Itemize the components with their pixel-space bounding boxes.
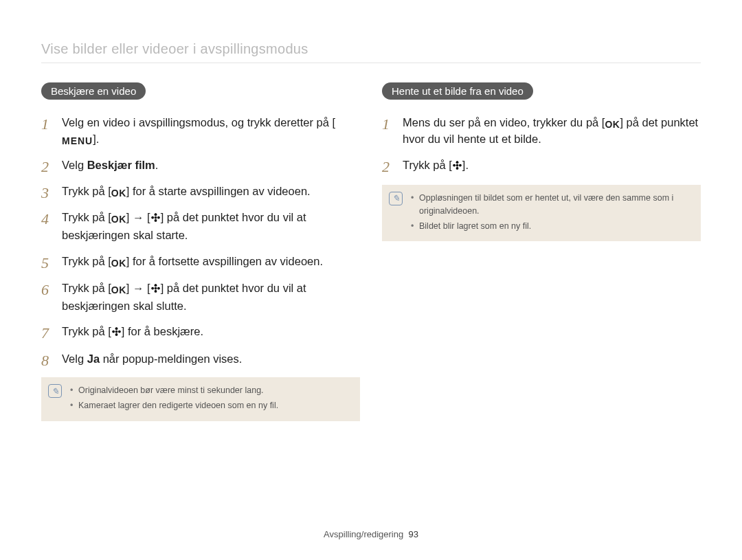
svg-point-0	[154, 216, 157, 219]
menu-icon: MENU	[62, 134, 93, 148]
section-heading-left: Beskjære en video	[41, 82, 146, 100]
two-column-layout: Beskjære en video Velg en video i avspil…	[41, 82, 701, 421]
note-icon: ✎	[389, 192, 403, 205]
svg-point-8	[151, 287, 154, 289]
page-number: 93	[408, 529, 418, 539]
macro-flower-icon	[111, 325, 122, 341]
step-7: Trykk på [] for å beskjære.	[41, 324, 360, 341]
note-item: Originalvideoen bør være minst ti sekund…	[70, 384, 278, 397]
svg-point-19	[459, 164, 462, 167]
right-column: Hente ut et bilde fra en video Mens du s…	[382, 82, 701, 421]
manual-page: Vise bilder eller videoer i avspillingsm…	[0, 0, 742, 560]
macro-flower-icon	[452, 159, 462, 175]
footer-section: Avspilling/redigering	[324, 529, 403, 539]
step-1: Mens du ser på en video, trykker du på […	[382, 115, 701, 148]
svg-point-3	[151, 216, 154, 219]
step-4: Trykk på [OK] → [] på det punktet hvor d…	[41, 210, 360, 244]
note-icon: ✎	[48, 384, 62, 398]
note-item: Kameraet lagrer den redigerte videoen so…	[70, 399, 278, 412]
svg-point-15	[456, 164, 458, 167]
step-5: Trykk på [OK] for å fortsette avspilling…	[41, 254, 360, 270]
ok-icon: OK	[111, 186, 126, 200]
svg-point-13	[112, 331, 115, 333]
svg-point-12	[115, 333, 117, 336]
macro-flower-icon	[150, 211, 161, 227]
svg-point-5	[154, 287, 157, 289]
ok-icon: OK	[111, 283, 126, 297]
svg-point-11	[115, 328, 117, 331]
step-2: Trykk på [].	[382, 157, 701, 175]
step-1: Velg en video i avspillingsmodus, og try…	[41, 115, 360, 148]
ok-icon: OK	[605, 117, 620, 131]
svg-point-16	[456, 161, 458, 164]
breadcrumb: Vise bilder eller videoer i avspillingsm…	[41, 41, 701, 57]
svg-point-14	[118, 331, 121, 333]
left-note-list: Originalvideoen bør være minst ti sekund…	[70, 384, 278, 414]
svg-point-4	[157, 216, 160, 219]
step-8: Velg Ja når popup-meldingen vises.	[41, 351, 360, 368]
svg-point-10	[115, 331, 117, 333]
svg-point-9	[157, 287, 160, 289]
ok-icon: OK	[111, 212, 126, 226]
section-heading-right: Hente ut et bilde fra en video	[382, 82, 533, 100]
left-steps: Velg en video i avspillingsmodus, og try…	[41, 115, 360, 368]
svg-point-2	[154, 219, 157, 222]
step-6: Trykk på [OK] → [] på det punktet hvor d…	[41, 280, 360, 315]
svg-point-7	[154, 290, 157, 293]
step-2: Velg Beskjær film.	[41, 157, 360, 174]
ok-icon: OK	[111, 256, 126, 270]
note-item: Oppløsningen til bildet som er hentet ut…	[411, 192, 691, 218]
svg-point-17	[456, 167, 458, 170]
svg-point-6	[154, 284, 157, 287]
left-column: Beskjære en video Velg en video i avspil…	[41, 82, 360, 421]
macro-flower-icon	[150, 282, 161, 298]
step-3: Trykk på [OK] for å starte avspillingen …	[41, 183, 360, 200]
page-footer: Avspilling/redigering 93	[0, 529, 742, 539]
note-item: Bildet blir lagret som en ny fil.	[411, 220, 691, 233]
svg-point-1	[154, 214, 157, 216]
right-note-list: Oppløsningen til bildet som er hentet ut…	[411, 192, 691, 234]
left-note-box: ✎ Originalvideoen bør være minst ti seku…	[41, 377, 360, 421]
divider	[41, 63, 701, 63]
svg-point-18	[453, 164, 456, 167]
right-note-box: ✎ Oppløsningen til bildet som er hentet …	[382, 185, 701, 241]
right-steps: Mens du ser på en video, trykker du på […	[382, 115, 701, 175]
